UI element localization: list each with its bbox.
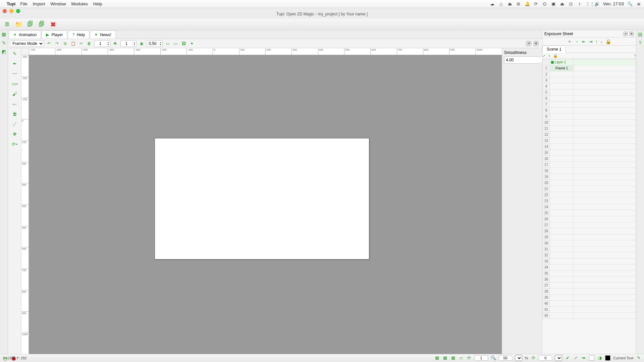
xsheet-row[interactable]: 3 — [543, 77, 636, 83]
xsheet-row[interactable]: 10 — [543, 120, 636, 126]
grid-c-icon[interactable]: ▦ — [450, 355, 456, 360]
close-project-icon[interactable]: ✖ — [49, 20, 57, 28]
xsheet-row[interactable]: 11 — [543, 126, 636, 132]
status-sync-icon[interactable]: ⟳ — [533, 1, 539, 6]
panel-detach-button[interactable]: ↗ — [526, 41, 531, 46]
xsheet-row[interactable]: 21 — [543, 186, 636, 192]
zoom-window-button[interactable] — [16, 9, 20, 13]
zoom-input[interactable] — [499, 355, 512, 361]
app-name[interactable]: Tupi — [7, 1, 15, 6]
status-display-icon[interactable]: ▣ — [551, 1, 556, 6]
timeline-dock-icon[interactable]: ◔ — [3, 356, 7, 361]
ruler-horizontal[interactable]: -700-600-500-400-300-200-100010020030040… — [29, 48, 502, 55]
shape-tool-icon[interactable]: ▭ — [11, 80, 18, 87]
brush-props-icon[interactable]: ✎ — [1, 40, 7, 46]
xsheet-row[interactable]: 36 — [543, 277, 636, 283]
eraser-tool-icon[interactable]: 🗑 — [11, 111, 18, 117]
xsheet-row[interactable]: 14 — [543, 144, 636, 150]
xsheet-row[interactable]: 30 — [543, 240, 636, 246]
xsheet-row[interactable]: 29 — [543, 234, 636, 240]
menu-window[interactable]: Window — [50, 1, 66, 6]
onion-dot-icon[interactable]: ◉ — [139, 41, 145, 47]
move-frame-up-icon[interactable]: ↑ — [595, 39, 598, 44]
polyline-tool-icon[interactable]: 〰 — [11, 70, 18, 77]
grid-b-icon[interactable]: ▦ — [442, 355, 448, 360]
debug-dock-icon[interactable]: 🐞 — [11, 356, 16, 361]
xsheet-row[interactable]: 28 — [543, 228, 636, 234]
toggle-a-icon[interactable]: ▭ — [165, 41, 171, 47]
xsheet-row[interactable]: 33 — [543, 258, 636, 264]
new-project-icon[interactable]: 🗎 — [3, 20, 11, 28]
xsheet-row[interactable]: 12 — [543, 132, 636, 138]
xsheet-row[interactable]: 19 — [543, 174, 636, 180]
drawing-paper[interactable] — [155, 138, 369, 259]
move-frame-left-icon[interactable]: ⇤ — [582, 39, 586, 44]
xsheet-row[interactable]: 18 — [543, 168, 636, 174]
tab-player[interactable]: ▶Player — [42, 31, 67, 39]
exposure-grid[interactable]: Layer 1 1Frame 1234567891011121314151617… — [542, 59, 636, 354]
panel-detach-button[interactable]: ↗ — [623, 32, 628, 36]
expand-icon[interactable]: ⤢ — [542, 54, 545, 58]
status-cloud-icon[interactable]: ☁ — [490, 1, 495, 6]
line-tool-icon[interactable]: ／ — [11, 121, 18, 127]
panel-close-button[interactable]: ✕ — [629, 32, 634, 36]
rotation-input[interactable] — [539, 355, 552, 361]
xsheet-row[interactable]: 1Frame 1 — [543, 65, 636, 71]
color-palette-icon[interactable]: ▦ — [1, 31, 7, 38]
xsheet-row[interactable]: 7 — [543, 102, 636, 108]
xsheet-row[interactable]: 40 — [543, 301, 636, 307]
redo-icon[interactable]: ↷ — [54, 41, 60, 47]
save-as-icon[interactable]: 🗐 — [38, 20, 46, 28]
rotation-select[interactable] — [555, 355, 562, 361]
zoom-select[interactable] — [515, 355, 522, 361]
xsheet-row[interactable]: 2 — [543, 71, 636, 77]
fullscreen-icon[interactable]: ⤢ — [573, 355, 578, 360]
xsheet-row[interactable]: 35 — [543, 270, 636, 277]
status-wifi-icon[interactable]: ⋮⋮ — [586, 1, 591, 6]
menu-import[interactable]: Import — [33, 1, 45, 6]
remove-frame-icon[interactable]: － — [575, 39, 579, 45]
panel-close-button[interactable]: ✕ — [533, 41, 539, 46]
cut-icon[interactable]: ✂ — [78, 41, 84, 47]
toggle-b-icon[interactable]: ▭ — [173, 41, 179, 47]
status-timemachine-icon[interactable]: ◷ — [568, 1, 574, 6]
xsheet-row[interactable]: 38 — [543, 289, 636, 295]
contour-icon[interactable]: ◑ — [597, 355, 602, 360]
exposure-dock-icon[interactable]: ▤ — [637, 32, 643, 37]
brush-color-swatch[interactable] — [605, 355, 610, 361]
scene-tab[interactable]: Scene 1 — [542, 46, 566, 53]
library-icon[interactable]: ◩ — [1, 48, 7, 55]
xsheet-row[interactable]: 32 — [543, 252, 636, 258]
ink-tool-icon[interactable]: ✒ — [11, 60, 18, 67]
frames-mode-select[interactable]: Frames Mode — [10, 40, 44, 47]
smoothness-stepper[interactable]: ▲▼ — [504, 56, 540, 64]
notification-center-icon[interactable]: ≣ — [636, 1, 641, 6]
brush-tool-icon[interactable]: 🖌 — [11, 90, 18, 97]
menu-help[interactable]: Help — [93, 1, 102, 6]
status-bluetooth-icon[interactable]: ᚼ — [577, 1, 582, 6]
menu-file[interactable]: File — [20, 1, 27, 6]
grid-a-icon[interactable]: ▦ — [434, 355, 440, 360]
status-bug-icon[interactable]: ⌬ — [542, 1, 547, 6]
xsheet-row[interactable]: 39 — [543, 295, 636, 301]
tab-news[interactable]: ✦News! — [90, 31, 115, 39]
xsheet-row[interactable]: 15 — [543, 150, 636, 156]
tab-help[interactable]: ?Help — [68, 31, 89, 39]
xsheet-row[interactable]: 42 — [543, 313, 636, 319]
minimize-window-button[interactable] — [9, 9, 13, 13]
status-frame-input[interactable] — [475, 355, 488, 361]
opacity-input[interactable] — [147, 41, 158, 46]
right-help-icon[interactable]: ? — [637, 40, 643, 46]
xsheet-row[interactable]: 4 — [543, 83, 636, 89]
xsheet-row[interactable]: 17 — [543, 162, 636, 168]
xsheet-row[interactable]: 26 — [543, 216, 636, 222]
open-project-icon[interactable]: 📁 — [15, 20, 23, 28]
add-frame-icon[interactable]: ＋ — [567, 39, 572, 45]
xsheet-row[interactable]: 23 — [543, 198, 636, 204]
xsheet-row[interactable]: 34 — [543, 264, 636, 270]
close-window-button[interactable] — [3, 9, 7, 13]
post-icon[interactable]: ✦ — [189, 41, 195, 47]
xsheet-row[interactable]: 8 — [543, 108, 636, 114]
xsheet-row[interactable]: 20 — [543, 180, 636, 186]
status-up-icon[interactable]: ⏏ — [507, 1, 513, 6]
